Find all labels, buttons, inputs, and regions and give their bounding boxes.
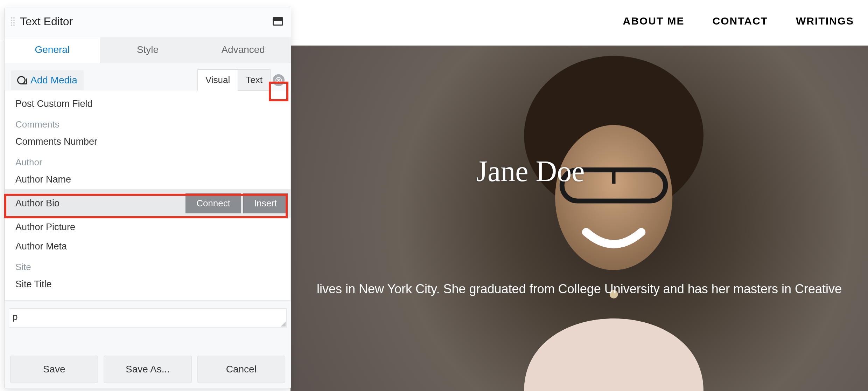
- panel-header[interactable]: Text Editor: [5, 7, 291, 37]
- nav-contact[interactable]: CONTACT: [713, 15, 768, 27]
- mode-visual-button[interactable]: Visual: [197, 69, 238, 91]
- tab-advanced[interactable]: Advanced: [195, 37, 291, 63]
- add-media-button[interactable]: Add Media: [11, 70, 84, 90]
- cancel-button[interactable]: Cancel: [197, 356, 285, 383]
- mode-text-button[interactable]: Text: [238, 69, 271, 91]
- dd-item-actions: Connect Insert: [186, 193, 290, 213]
- dd-item-post-custom-field[interactable]: Post Custom Field: [5, 94, 290, 114]
- hero-section: Jane Doe lives in New York City. She gra…: [290, 46, 868, 391]
- hero-title: Jane Doe: [476, 154, 584, 188]
- dd-group-site: Site: [5, 256, 290, 275]
- author-photo: [469, 46, 745, 391]
- window-mode-icon[interactable]: [273, 17, 283, 26]
- dd-item-author-name[interactable]: Author Name: [5, 170, 290, 189]
- hero-bio-text: lives in New York City. She graduated fr…: [290, 280, 868, 298]
- svg-point-1: [555, 125, 672, 270]
- editor-mode-switch: Visual Text: [197, 69, 285, 91]
- media-icon: [17, 76, 27, 84]
- save-as-button[interactable]: Save As...: [104, 356, 191, 383]
- dd-item-comments-number[interactable]: Comments Number: [5, 132, 290, 151]
- tab-general[interactable]: General: [5, 37, 100, 63]
- editor-path-status[interactable]: p: [9, 308, 287, 328]
- dd-item-author-picture[interactable]: Author Picture: [5, 218, 290, 237]
- dd-item-site-title[interactable]: Site Title: [5, 275, 290, 294]
- dd-group-comments: Comments: [5, 114, 290, 132]
- insert-button[interactable]: Insert: [243, 193, 288, 213]
- dd-item-author-bio-label: Author Bio: [15, 198, 59, 209]
- connect-button[interactable]: Connect: [186, 193, 241, 213]
- nav-about-me[interactable]: ABOUT ME: [623, 15, 685, 27]
- panel-title: Text Editor: [20, 15, 269, 28]
- nav-writings[interactable]: WRITINGS: [796, 15, 854, 27]
- dd-item-author-meta[interactable]: Author Meta: [5, 237, 290, 256]
- panel-tabs: General Style Advanced: [5, 37, 291, 63]
- tab-style[interactable]: Style: [100, 37, 196, 63]
- editor-toolbar: Add Media Visual Text: [5, 63, 291, 91]
- dd-group-author: Author: [5, 151, 290, 170]
- add-media-label: Add Media: [30, 75, 77, 86]
- panel-footer: Save Save As... Cancel: [5, 350, 291, 389]
- drag-handle-icon[interactable]: [11, 14, 16, 28]
- dd-item-author-bio[interactable]: Author Bio Connect Insert: [5, 189, 290, 218]
- dynamic-data-dropdown: Post Custom Field Comments Comments Numb…: [5, 91, 291, 301]
- save-button[interactable]: Save: [10, 356, 98, 383]
- text-editor-panel: Text Editor General Style Advanced Add M…: [4, 7, 291, 389]
- primary-nav: ABOUT ME CONTACT WRITINGS: [623, 15, 854, 27]
- close-dropdown-icon[interactable]: [273, 74, 285, 86]
